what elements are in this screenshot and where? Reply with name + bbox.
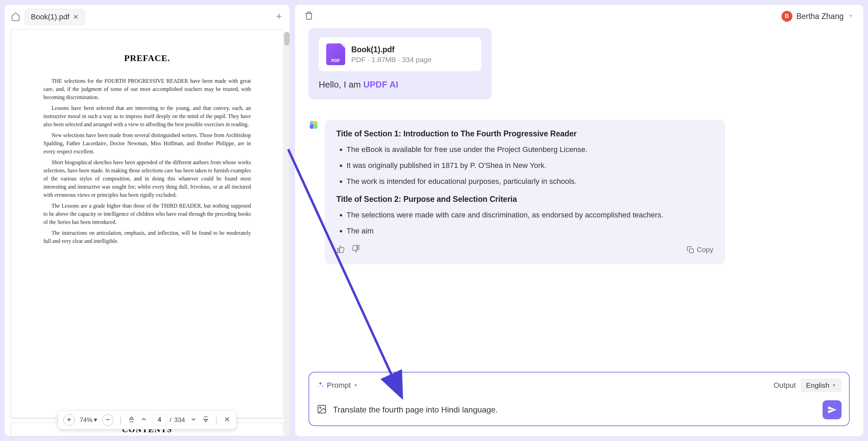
close-toolbar-icon[interactable] <box>223 416 231 424</box>
zoom-level[interactable]: 74% ▾ <box>80 416 97 424</box>
pdf-paragraph: THE selections for the FOURTH PROGRESSIV… <box>43 77 251 101</box>
zoom-out-button[interactable]: − <box>102 414 114 426</box>
language-value: English <box>806 381 829 389</box>
username-label: Bertha Zhang <box>796 12 844 21</box>
pdf-toolbar: + 74% ▾ − | / 334 | <box>58 410 237 429</box>
page-number-input[interactable] <box>152 414 167 426</box>
copy-button[interactable]: Copy <box>687 246 713 254</box>
output-selector-group: Output English ▼ <box>773 379 842 392</box>
dropdown-arrow-icon: ▼ <box>832 383 836 388</box>
greeting-card: PDF Book(1).pdf PDF · 1.87MB · 334 page … <box>309 28 492 99</box>
zoom-value: 74% <box>80 416 93 424</box>
scrollbar[interactable] <box>284 32 290 436</box>
thumbs-down-icon[interactable] <box>351 245 360 255</box>
pdf-paragraph: Lessons have been selected that are inte… <box>43 104 251 129</box>
file-name: Book(1).pdf <box>351 45 432 54</box>
ai-chat-panel: B Bertha Zhang PDF Book(1).pdf PDF · 1.8… <box>295 5 863 436</box>
dropdown-arrow-icon: ▼ <box>354 383 358 388</box>
close-tab-icon[interactable]: ✕ <box>73 13 79 21</box>
pdf-paragraph: New selections have been made from sever… <box>43 131 251 156</box>
svg-point-6 <box>320 407 321 408</box>
prompt-input-area: Prompt ▼ Output English ▼ <box>309 372 850 426</box>
response-actions: Copy <box>336 245 713 255</box>
divider: | <box>120 416 122 424</box>
svg-rect-4 <box>689 249 693 253</box>
page-separator: / <box>170 416 172 424</box>
chat-area: PDF Book(1).pdf PDF · 1.87MB · 334 page … <box>295 28 863 365</box>
input-top-row: Prompt ▼ Output English ▼ <box>317 379 842 392</box>
tab-bar: Book(1).pdf ✕ <box>5 5 290 29</box>
total-pages: 334 <box>174 416 185 424</box>
last-page-icon[interactable] <box>202 416 210 424</box>
section-1-title: Title of Section 1: Introduction to The … <box>336 129 713 138</box>
greeting-text: Hello, I am UPDF AI <box>319 79 481 90</box>
pdf-page: PREFACE. THE selections for the FOURTH P… <box>11 29 283 418</box>
greeting-brand: UPDF AI <box>363 79 398 90</box>
pdf-paragraph: Short biographical sketches have been ap… <box>43 158 251 199</box>
svg-point-3 <box>313 124 318 129</box>
pdf-page-title: PREFACE. <box>43 53 251 63</box>
user-menu[interactable]: B Bertha Zhang <box>782 11 854 22</box>
ai-avatar-icon <box>309 120 319 130</box>
pdf-file-icon: PDF <box>326 43 345 65</box>
response-bubble: Title of Section 1: Introduction to The … <box>325 120 725 264</box>
sparkle-icon <box>317 381 324 390</box>
greeting-hello: Hello, I am <box>319 79 363 90</box>
tab-label: Book(1).pdf <box>31 13 70 21</box>
copy-label: Copy <box>697 246 713 254</box>
list-item: The work is intended for educational pur… <box>347 176 713 187</box>
chevron-down-icon <box>848 13 854 20</box>
new-tab-icon[interactable] <box>275 12 283 22</box>
list-item: The selections were made with care and d… <box>347 210 713 220</box>
chevron-down-icon: ▾ <box>94 416 97 424</box>
attach-image-icon[interactable] <box>317 404 327 416</box>
file-meta: PDF · 1.87MB · 334 page <box>351 56 432 64</box>
prev-page-icon[interactable] <box>140 416 147 424</box>
prompt-text-input[interactable] <box>333 405 816 415</box>
pdf-paragraph: The Lessons are a grade higher than thos… <box>43 202 251 226</box>
trash-icon[interactable] <box>304 11 313 21</box>
divider: | <box>216 416 218 424</box>
section-2-list: The selections were made with care and d… <box>336 210 713 236</box>
home-icon[interactable] <box>11 12 20 22</box>
section-2-title: Title of Section 2: Purpose and Selectio… <box>336 195 713 204</box>
pdf-viewer-panel: Book(1).pdf ✕ PREFACE. THE selections fo… <box>5 5 290 436</box>
avatar: B <box>782 11 792 22</box>
thumbs-up-icon[interactable] <box>336 245 345 255</box>
list-item: The eBook is available for free use unde… <box>347 145 713 155</box>
list-item: It was originally published in 1871 by P… <box>347 160 713 171</box>
send-button[interactable] <box>823 400 842 419</box>
next-page-icon[interactable] <box>190 416 197 424</box>
page-input-group: / 334 <box>152 414 185 426</box>
input-bottom-row <box>317 400 842 419</box>
file-card[interactable]: PDF Book(1).pdf PDF · 1.87MB · 334 page <box>319 37 481 71</box>
zoom-in-button[interactable]: + <box>63 414 75 426</box>
list-item: The aim <box>347 226 713 236</box>
language-selector[interactable]: English ▼ <box>801 379 842 392</box>
prompt-label: Prompt <box>327 381 351 390</box>
scrollbar-thumb[interactable] <box>284 32 290 45</box>
chat-header: B Bertha Zhang <box>295 5 863 28</box>
section-1-list: The eBook is available for free use unde… <box>336 145 713 187</box>
document-tab[interactable]: Book(1).pdf ✕ <box>24 9 85 25</box>
first-page-icon[interactable] <box>128 416 135 424</box>
ai-response: Title of Section 1: Introduction to The … <box>309 120 850 264</box>
output-label: Output <box>773 381 796 390</box>
prompt-selector[interactable]: Prompt ▼ <box>317 381 358 390</box>
pdf-paragraph: The instructions on articulation, emphas… <box>43 229 251 245</box>
